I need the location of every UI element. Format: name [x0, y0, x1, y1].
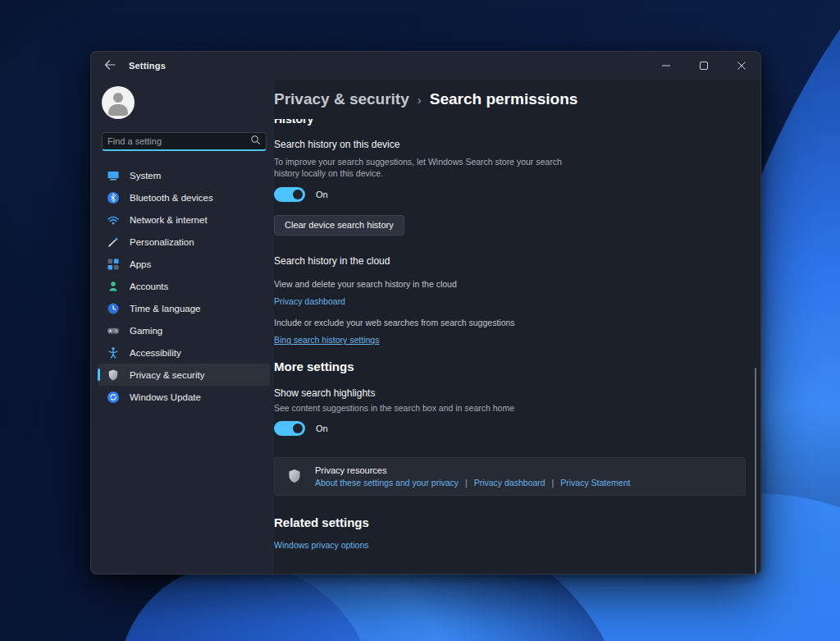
title-bar: Settings — [91, 52, 760, 80]
sidebar-item-label: Privacy & security — [130, 370, 204, 380]
sidebar-item-personalization[interactable]: Personalization — [98, 231, 270, 253]
sidebar-item-gaming[interactable]: Gaming — [98, 319, 270, 341]
sidebar-item-accounts[interactable]: Accounts — [98, 275, 270, 297]
window-title: Settings — [129, 61, 166, 71]
minimize-button[interactable] — [647, 52, 685, 80]
link-separator: | — [465, 478, 468, 488]
back-button[interactable] — [98, 56, 122, 76]
sidebar-item-system[interactable]: System — [98, 164, 270, 186]
accounts-icon — [107, 280, 120, 293]
device-history-toggle[interactable] — [274, 187, 305, 202]
toggle-knob — [293, 424, 303, 433]
sidebar-item-label: Personalization — [130, 237, 194, 247]
page-title: Search permissions — [430, 90, 578, 108]
search-highlights-toggle[interactable] — [274, 421, 305, 436]
device-history-toggle-row: On — [274, 187, 746, 202]
link-separator: | — [552, 478, 555, 488]
network-icon — [107, 213, 120, 227]
settings-search-box — [102, 132, 267, 151]
more-settings-heading: More settings — [274, 359, 746, 373]
privacy-dashboard-link[interactable]: Privacy dashboard — [274, 296, 345, 306]
breadcrumb-parent[interactable]: Privacy & security — [274, 90, 409, 108]
time-language-icon — [107, 302, 120, 315]
toggle-knob — [293, 190, 303, 199]
sidebar-item-label: System — [130, 171, 161, 181]
privacy-resources-banner: Privacy resources About these settings a… — [274, 457, 746, 496]
search-highlights-toggle-row: On — [274, 421, 746, 436]
sidebar-item-network-internet[interactable]: Network & internet — [98, 208, 270, 231]
sidebar-item-windows-update[interactable]: Windows Update — [98, 386, 270, 408]
privacy-dashboard-banner-link[interactable]: Privacy dashboard — [474, 478, 546, 488]
bluetooth-icon — [107, 191, 120, 204]
maximize-button[interactable] — [685, 52, 723, 80]
search-highlights-title: Show search highlights — [274, 387, 746, 399]
back-arrow-icon — [104, 58, 116, 73]
personalization-icon — [107, 236, 120, 249]
sidebar-item-label: Accounts — [130, 282, 168, 291]
system-icon — [107, 169, 120, 182]
avatar-head — [113, 93, 123, 103]
cloud-view-desc: View and delete your search history in t… — [274, 279, 746, 289]
gaming-icon — [107, 324, 120, 337]
device-history-title: Search history on this device — [274, 139, 746, 150]
sidebar-item-label: Time & language — [130, 304, 201, 314]
sidebar-item-privacy-security[interactable]: Privacy & security — [98, 364, 270, 386]
sidebar-item-time-language[interactable]: Time & language — [98, 297, 270, 319]
privacy-shield-icon — [107, 369, 120, 382]
privacy-resources-links: About these settings and your privacy | … — [315, 478, 630, 488]
sidebar-item-label: Gaming — [130, 326, 162, 336]
vertical-scrollbar[interactable] — [755, 368, 756, 575]
windows-update-icon — [107, 391, 120, 404]
main-content: Privacy & security › Search permissions … — [274, 80, 760, 574]
clear-device-search-history-button[interactable]: Clear device search history — [274, 215, 404, 236]
device-history-toggle-state: On — [316, 190, 328, 199]
cloud-history-heading: Search history in the cloud — [274, 255, 746, 267]
sidebar-item-bluetooth-devices[interactable]: Bluetooth & devices — [98, 186, 270, 208]
sidebar-item-accessibility[interactable]: Accessibility — [98, 341, 270, 364]
accessibility-icon — [107, 346, 120, 359]
sidebar-item-label: Network & internet — [130, 215, 208, 225]
privacy-statement-link[interactable]: Privacy Statement — [560, 478, 630, 488]
related-settings-heading: Related settings — [274, 515, 746, 529]
settings-scroll-area[interactable]: History Search history on this device To… — [274, 119, 746, 574]
close-icon — [737, 58, 746, 73]
maximize-icon — [700, 58, 708, 73]
search-input[interactable] — [107, 136, 250, 146]
search-highlights-toggle-state: On — [316, 424, 328, 433]
search-icon — [250, 134, 261, 149]
minimize-icon — [662, 58, 670, 73]
account-avatar-wrap — [98, 83, 270, 130]
sidebar-item-label: Bluetooth & devices — [130, 193, 213, 203]
bing-search-history-settings-link[interactable]: Bing search history settings — [274, 335, 379, 345]
sidebar-item-label: Windows Update — [130, 392, 201, 402]
device-history-desc: To improve your search suggestions, let … — [274, 156, 571, 179]
windows-privacy-options-link[interactable]: Windows privacy options — [274, 540, 369, 550]
window-controls — [647, 52, 760, 80]
sidebar-item-apps[interactable]: Apps — [98, 253, 270, 275]
breadcrumb: Privacy & security › Search permissions — [274, 80, 746, 112]
chevron-right-icon: › — [418, 93, 422, 107]
privacy-resources-title: Privacy resources — [315, 465, 630, 475]
avatar-body — [108, 104, 128, 116]
shield-icon — [286, 468, 303, 484]
include-exclude-desc: Include or exclude your web searches fro… — [274, 318, 746, 327]
history-heading: History — [274, 119, 746, 126]
sidebar: System Bluetooth & devices Network & int… — [91, 80, 274, 574]
about-settings-privacy-link[interactable]: About these settings and your privacy — [315, 478, 459, 488]
avatar[interactable] — [102, 86, 135, 119]
close-button[interactable] — [723, 52, 760, 80]
sidebar-item-label: Accessibility — [130, 348, 181, 358]
apps-icon — [107, 258, 120, 271]
settings-window: Settings — [90, 51, 761, 575]
sidebar-nav: System Bluetooth & devices Network & int… — [98, 164, 270, 408]
search-highlights-desc: See content suggestions in the search bo… — [274, 402, 571, 414]
sidebar-item-label: Apps — [130, 259, 151, 269]
banner-text: Privacy resources About these settings a… — [315, 465, 630, 488]
